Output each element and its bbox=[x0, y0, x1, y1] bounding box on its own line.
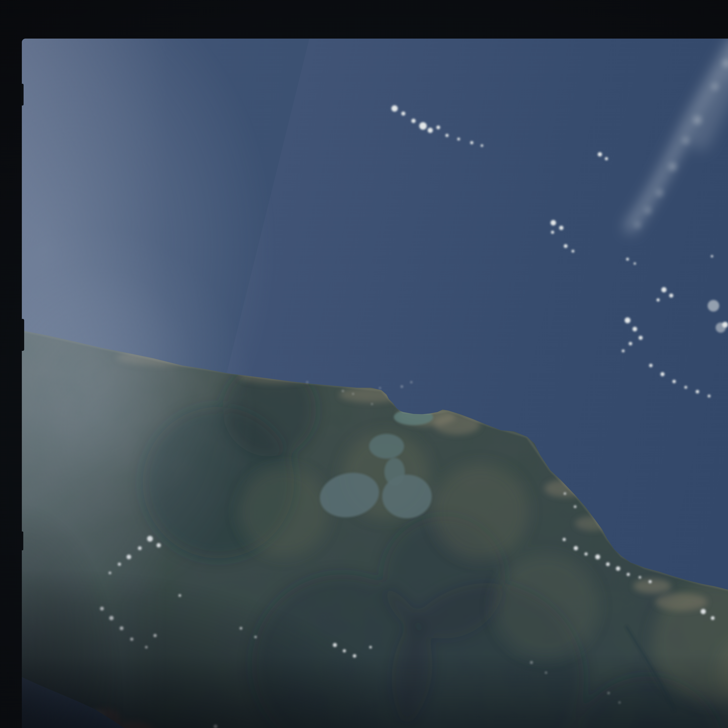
film-edge-notch bbox=[21, 531, 23, 551]
earth-photo-art bbox=[22, 38, 728, 728]
film-edge-notch bbox=[21, 319, 24, 351]
earth-photograph bbox=[22, 38, 728, 728]
film-edge-notch bbox=[21, 84, 24, 106]
